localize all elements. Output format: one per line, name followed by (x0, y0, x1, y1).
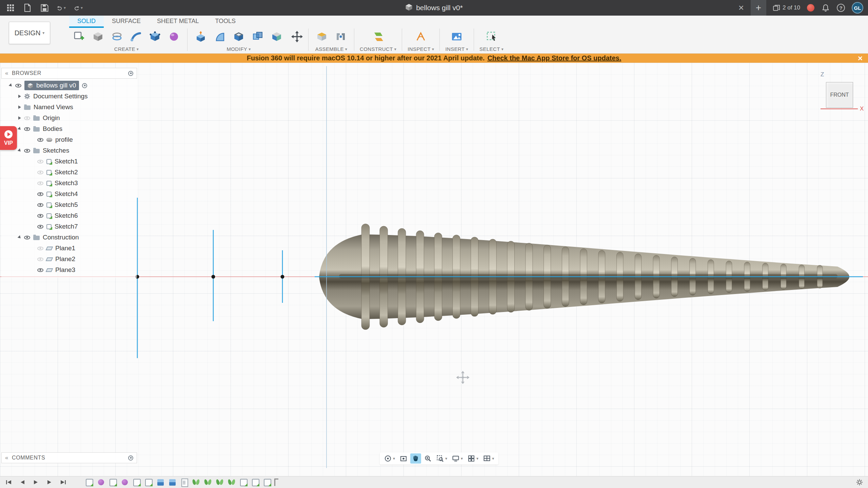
revolve-icon[interactable] (109, 29, 125, 44)
tab-tools[interactable]: TOOLS (207, 16, 244, 28)
banner-link[interactable]: Check the Mac App Store for OS updates. (487, 54, 621, 62)
group-label-create[interactable]: CREATE (114, 46, 139, 52)
browser-item-plane1[interactable]: Plane1 (1, 243, 137, 254)
visibility-eye-icon[interactable] (37, 203, 43, 207)
close-document-icon[interactable]: × (738, 3, 744, 13)
skip-to-start-button[interactable] (5, 478, 13, 486)
multi-viewport-button[interactable] (481, 453, 496, 464)
timeline-feature-sketch[interactable] (132, 478, 141, 487)
press-pull-icon[interactable] (193, 29, 209, 44)
timeline-feature-fin[interactable] (192, 478, 200, 487)
visibility-eye-icon[interactable] (24, 127, 30, 131)
browser-item-bodies[interactable]: Bodies (1, 123, 137, 134)
display-settings-button[interactable] (450, 453, 465, 464)
timeline-feature-form[interactable] (120, 478, 129, 487)
visibility-eye-icon[interactable] (37, 181, 43, 185)
fit-view-button[interactable] (435, 453, 449, 464)
combine-icon[interactable] (250, 29, 265, 44)
browser-panel-header[interactable]: BROWSER (1, 68, 137, 79)
visibility-eye-icon[interactable] (24, 116, 30, 120)
visibility-eye-icon[interactable] (37, 225, 43, 229)
visibility-eye-icon[interactable] (15, 84, 21, 87)
visibility-eye-icon[interactable] (37, 257, 43, 261)
browser-item-sketch6[interactable]: Sketch6 (1, 210, 137, 221)
move-tool-icon[interactable] (288, 28, 306, 45)
joint-icon[interactable] (333, 29, 349, 44)
step-back-button[interactable] (18, 478, 26, 486)
browser-item-sketch7[interactable]: Sketch7 (1, 221, 137, 232)
timeline-feature-fin[interactable] (203, 478, 212, 487)
comments-options-icon[interactable] (128, 455, 133, 461)
select-tool-icon[interactable] (484, 29, 499, 44)
browser-item-construction[interactable]: Construction (1, 232, 137, 243)
file-icon[interactable] (23, 3, 32, 12)
group-label-select[interactable]: SELECT (479, 46, 504, 52)
browser-item-sketches[interactable]: Sketches (1, 145, 137, 156)
timeline-feature-cube[interactable] (168, 478, 177, 487)
timeline-feature-cube[interactable] (156, 478, 165, 487)
notifications-bell-icon[interactable] (821, 3, 830, 12)
group-label-assemble[interactable]: ASSEMBLE (315, 46, 348, 52)
visibility-eye-icon[interactable] (37, 160, 43, 163)
new-component-icon[interactable] (314, 29, 330, 44)
pattern-tool-icon[interactable] (147, 29, 163, 44)
orbit-button[interactable] (382, 453, 397, 464)
tab-sheet-metal[interactable]: SHEET METAL (149, 16, 207, 28)
record-icon[interactable] (807, 4, 814, 12)
visibility-eye-icon[interactable] (37, 138, 43, 142)
workspace-switcher-design[interactable]: DESIGN (9, 22, 50, 44)
visibility-eye-icon[interactable] (24, 236, 30, 239)
disclosure-arrow-icon[interactable] (18, 116, 21, 120)
disclosure-arrow-icon[interactable] (18, 127, 22, 131)
root-selection[interactable]: bellows gill v0 (24, 81, 79, 90)
browser-item-sketch5[interactable]: Sketch5 (1, 199, 137, 210)
zoom-button[interactable] (422, 453, 433, 464)
look-at-button[interactable] (398, 453, 409, 464)
browser-item-profile[interactable]: profile (1, 134, 137, 145)
browser-item-sketch2[interactable]: Sketch2 (1, 167, 137, 178)
tab-surface[interactable]: SURFACE (104, 16, 149, 28)
redo-icon[interactable] (74, 3, 83, 12)
disclosure-arrow-icon[interactable] (18, 95, 21, 98)
browser-options-icon[interactable] (128, 71, 133, 76)
disclosure-arrow-icon[interactable] (18, 235, 22, 240)
timeline-marker[interactable] (274, 479, 275, 486)
fillet-icon[interactable] (212, 29, 228, 44)
help-icon[interactable]: ? (837, 4, 845, 12)
visibility-eye-icon[interactable] (37, 192, 43, 196)
browser-item-plane3[interactable]: Plane3 (1, 265, 137, 275)
construction-plane-icon[interactable] (370, 29, 386, 44)
split-face-icon[interactable] (269, 29, 284, 44)
user-avatar[interactable]: GL (852, 2, 863, 14)
timeline-feature-sketch[interactable] (108, 478, 117, 487)
visibility-eye-icon[interactable] (37, 247, 43, 250)
browser-item-sketch4[interactable]: Sketch4 (1, 189, 137, 199)
insert-image-icon[interactable] (449, 29, 465, 44)
disclosure-arrow-icon[interactable] (18, 105, 21, 109)
browser-item-named-views[interactable]: Named Views (1, 102, 137, 113)
skip-to-end-button[interactable] (59, 478, 67, 486)
disclosure-arrow-icon[interactable] (18, 149, 22, 153)
browser-item-sketch1[interactable]: Sketch1 (1, 156, 137, 167)
shell-icon[interactable] (231, 29, 246, 44)
visibility-eye-icon[interactable] (37, 214, 43, 218)
comments-panel-header[interactable]: COMMENTS (1, 452, 137, 463)
timeline-feature-sketch[interactable] (144, 478, 153, 487)
timeline-feature-doc[interactable] (180, 478, 189, 487)
vip-badge[interactable]: VIP (0, 126, 17, 150)
timeline-feature-sketch[interactable] (85, 478, 94, 487)
timeline-feature-fin[interactable] (215, 478, 224, 487)
group-label-modify[interactable]: MODIFY (226, 46, 251, 52)
browser-item-plane2[interactable]: Plane2 (1, 254, 137, 265)
document-tabs-counter[interactable]: 2 of 10 (773, 4, 800, 11)
step-forward-button[interactable] (45, 478, 54, 486)
visibility-eye-icon[interactable] (37, 268, 43, 272)
timeline-settings-gear-icon[interactable] (856, 479, 863, 486)
group-label-construct[interactable]: CONSTRUCT (360, 46, 396, 52)
primitive-box-icon[interactable] (90, 29, 106, 44)
browser-item-sketch3[interactable]: Sketch3 (1, 178, 137, 189)
activate-component-icon[interactable] (82, 83, 87, 88)
sweep-icon[interactable] (128, 29, 144, 44)
play-button[interactable] (32, 478, 40, 486)
banner-close-icon[interactable]: × (858, 54, 863, 62)
